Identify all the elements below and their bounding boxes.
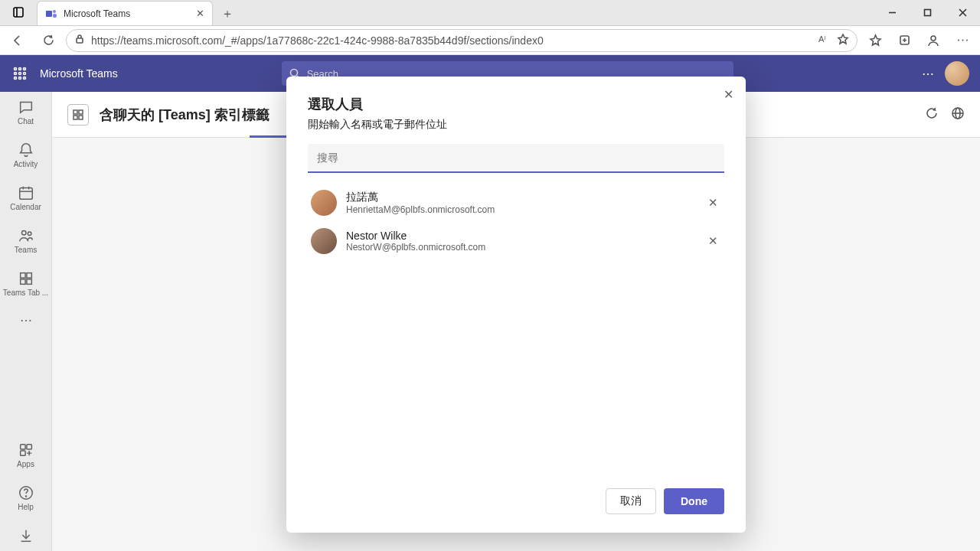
svg-point-45 xyxy=(25,496,26,497)
person-email: HenriettaM@6plbfs.onmicrosoft.com xyxy=(346,204,696,215)
rail-apps[interactable]: Apps xyxy=(3,435,49,474)
rail-calendar[interactable]: Calendar xyxy=(3,178,49,217)
rail-help[interactable]: Help xyxy=(3,478,49,517)
menu-button[interactable] xyxy=(949,28,975,53)
svg-point-36 xyxy=(28,231,31,235)
svg-marker-12 xyxy=(871,35,880,45)
browser-addressbar: https://teams.microsoft.com/_#/apps/1a77… xyxy=(0,26,980,55)
svg-rect-42 xyxy=(26,444,31,448)
left-rail: Chat Activity Calendar Teams Teams Tab .… xyxy=(0,55,52,551)
rail-activity[interactable]: Activity xyxy=(3,135,49,174)
svg-point-18 xyxy=(962,40,963,41)
person-email: NestorW@6plbfs.onmicrosoft.com xyxy=(346,242,696,253)
svg-point-35 xyxy=(21,230,26,235)
window-controls xyxy=(874,0,980,25)
rail-teams-tab[interactable]: Teams Tab ... xyxy=(3,263,49,303)
rail-teams[interactable]: Teams xyxy=(3,220,49,260)
svg-rect-37 xyxy=(20,272,24,277)
svg-point-25 xyxy=(24,73,26,75)
browser-titlebar: Microsoft Teams ✕ ＋ xyxy=(0,0,980,26)
modal-backdrop: ✕ 選取人員 開始輸入名稱或電子郵件位址 拉諾萬 HenriettaM@6plb… xyxy=(52,55,980,551)
back-button[interactable] xyxy=(5,28,31,53)
done-button[interactable]: Done xyxy=(664,488,724,514)
svg-rect-31 xyxy=(19,187,32,199)
minimize-button[interactable] xyxy=(874,0,910,25)
new-tab-button[interactable]: ＋ xyxy=(216,2,239,25)
svg-point-20 xyxy=(15,68,17,70)
svg-rect-4 xyxy=(53,14,57,18)
person-avatar xyxy=(311,228,337,254)
person-name: Nestor Wilke xyxy=(346,230,696,242)
svg-rect-0 xyxy=(14,8,23,17)
svg-point-23 xyxy=(15,73,17,75)
tab-close-icon[interactable]: ✕ xyxy=(196,8,204,19)
svg-point-28 xyxy=(24,77,26,80)
svg-point-24 xyxy=(19,73,21,75)
svg-point-16 xyxy=(931,36,936,41)
svg-rect-9 xyxy=(77,38,83,43)
remove-person-button[interactable]: ✕ xyxy=(705,231,721,251)
select-people-modal: ✕ 選取人員 開始輸入名稱或電子郵件位址 拉諾萬 HenriettaM@6plb… xyxy=(286,77,746,533)
svg-point-22 xyxy=(24,68,26,70)
rail-chat[interactable]: Chat xyxy=(3,92,49,132)
remove-person-button[interactable]: ✕ xyxy=(705,193,721,213)
app-launcher-icon[interactable] xyxy=(11,64,29,83)
read-aloud-icon[interactable]: A⁾ xyxy=(818,33,831,47)
teams-favicon-icon xyxy=(45,8,57,20)
modal-subtitle: 開始輸入名稱或電子郵件位址 xyxy=(308,118,724,132)
person-row: 拉諾萬 HenriettaM@6plbfs.onmicrosoft.com ✕ xyxy=(308,184,724,222)
svg-point-21 xyxy=(19,68,21,70)
person-avatar xyxy=(311,190,337,216)
person-name: 拉諾萬 xyxy=(346,191,696,204)
modal-title: 選取人員 xyxy=(308,95,724,113)
svg-rect-41 xyxy=(20,444,24,448)
svg-rect-2 xyxy=(46,11,52,17)
svg-text:A⁾: A⁾ xyxy=(818,34,826,44)
svg-point-26 xyxy=(15,77,17,80)
people-search-input[interactable] xyxy=(308,144,724,173)
tab-actions-button[interactable] xyxy=(0,0,37,25)
modal-close-button[interactable]: ✕ xyxy=(724,87,733,102)
svg-point-27 xyxy=(19,77,21,80)
svg-marker-11 xyxy=(838,34,848,44)
svg-rect-6 xyxy=(924,9,930,15)
rail-more[interactable]: ⋯ xyxy=(3,306,49,334)
people-list: 拉諾萬 HenriettaM@6plbfs.onmicrosoft.com ✕ … xyxy=(308,184,724,476)
svg-point-3 xyxy=(53,10,56,13)
collections-button[interactable] xyxy=(891,28,917,53)
svg-rect-43 xyxy=(20,450,24,455)
cancel-button[interactable]: 取消 xyxy=(606,488,656,514)
svg-rect-39 xyxy=(20,279,24,283)
person-row: Nestor Wilke NestorW@6plbfs.onmicrosoft.… xyxy=(308,222,724,260)
svg-rect-38 xyxy=(26,272,31,277)
favorite-icon[interactable] xyxy=(837,33,849,47)
tab-title: Microsoft Teams xyxy=(64,8,190,19)
teams-app: Microsoft Teams Search ⋯ Chat Activity C… xyxy=(0,55,980,551)
refresh-button[interactable] xyxy=(35,28,61,53)
svg-point-17 xyxy=(958,40,959,41)
url-text: https://teams.microsoft.com/_#/apps/1a77… xyxy=(91,34,812,47)
content-area: 含聊天的 [Teams] 索引標籤 ✕ 選取人員 開始輸入名稱或電子郵件位址 拉… xyxy=(52,55,980,551)
svg-point-19 xyxy=(966,40,968,41)
svg-rect-40 xyxy=(26,279,31,283)
maximize-button[interactable] xyxy=(910,0,945,25)
close-window-button[interactable] xyxy=(945,0,980,25)
lock-icon xyxy=(74,34,85,47)
profile-button[interactable] xyxy=(920,28,946,53)
rail-download[interactable] xyxy=(3,520,49,551)
browser-tab[interactable]: Microsoft Teams ✕ xyxy=(37,1,213,25)
url-input[interactable]: https://teams.microsoft.com/_#/apps/1a77… xyxy=(66,29,858,52)
favorites-button[interactable] xyxy=(862,28,888,53)
modal-footer: 取消 Done xyxy=(308,488,724,514)
